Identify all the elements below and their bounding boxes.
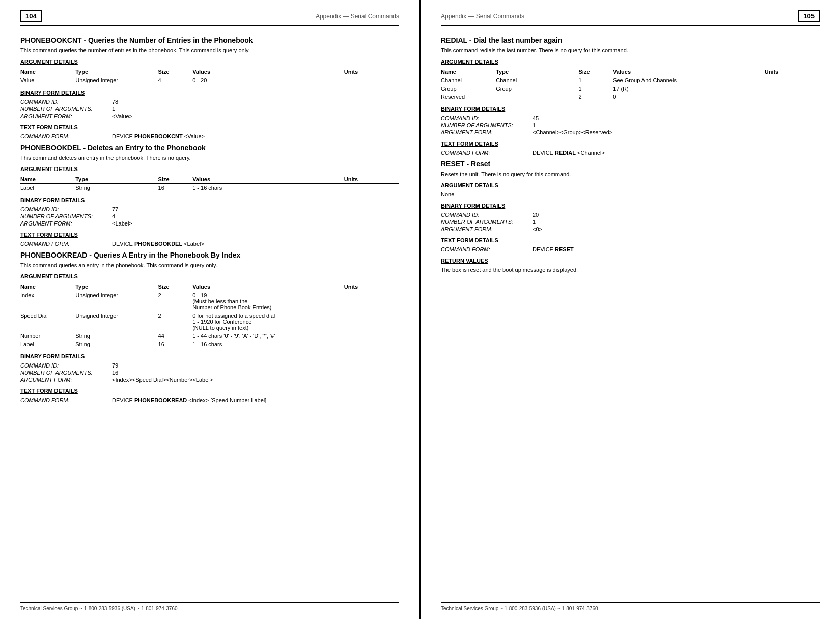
phonebookdel-arg-heading: ARGUMENT DETAILS [20,166,399,172]
phonebookcnt-binary-form: COMMAND ID: 78 NUMBER OF ARGUMENTS: 1 AR… [20,99,399,119]
phonebookdel-text-form: COMMAND FORM: DEVICE PHONEBOOKDEL <Label… [20,241,399,247]
table-row: Reserved 2 0 [441,93,820,101]
section-phonebookread: PHONEBOOKREAD - Queries A Entry in the P… [20,251,399,403]
redial-text-heading: TEXT FORM DETAILS [441,140,820,147]
th-size: Size [158,68,193,76]
redial-arg-table: Name Type Size Values Units Channel Chan… [441,68,820,101]
reset-return-heading: RETURN VALUES [441,258,820,264]
phonebookcnt-text-heading: TEXT FORM DETAILS [20,124,399,130]
right-page: Appendix — Serial Commands 105 REDIAL - … [421,0,840,619]
left-header-title: Appendix — Serial Commands [316,13,399,20]
reset-return-desc: The box is reset and the boot up message… [441,267,820,273]
section-phonebookdel: PHONEBOOKDEL - Deletes an Entry to the P… [20,144,399,247]
right-header-title: Appendix — Serial Commands [441,13,524,20]
table-row: Group Group 1 17 (R) [441,85,820,93]
table-row: Label String 16 1 - 16 chars [20,340,399,348]
redial-text-form: COMMAND FORM: DEVICE REDIAL <Channel> [441,150,820,156]
redial-desc: This command redials the last number. Th… [441,47,820,53]
left-page: 104 Appendix — Serial Commands PHONEBOOK… [0,0,419,619]
phonebookcnt-binary-heading: BINARY FORM DETAILS [20,90,399,96]
phonebookdel-arg-table: Name Type Size Values Units Label String… [20,175,399,192]
phonebookdel-binary-form: COMMAND ID: 77 NUMBER OF ARGUMENTS: 4 AR… [20,206,399,227]
phonebookcnt-title: PHONEBOOKCNT - Queries the Number of Ent… [20,36,399,44]
phonebookread-arg-table: Name Type Size Values Units Index Unsign… [20,283,399,348]
reset-text-form: COMMAND FORM: DEVICE RESET [441,246,820,252]
phonebookcnt-arg-table: Name Type Size Values Units Value Unsign… [20,68,399,85]
table-row: Channel Channel 1 See Group And Channels [441,76,820,85]
th-type: Type [75,68,158,76]
phonebookread-title: PHONEBOOKREAD - Queries A Entry in the P… [20,251,399,259]
right-page-footer: Technical Services Group ~ 1-800-283-593… [441,602,820,611]
section-redial: REDIAL - Dial the last number again This… [441,36,820,156]
phonebookcnt-desc: This command queries the number of entri… [20,47,399,53]
redial-binary-form: COMMAND ID: 45 NUMBER OF ARGUMENTS: 1 AR… [441,115,820,135]
table-row: Number String 44 1 - 44 chars '0' - '9',… [20,332,399,340]
phonebookread-text-form: COMMAND FORM: DEVICE PHONEBOOKREAD <Inde… [20,397,399,403]
reset-none: None [441,191,820,198]
right-page-header: Appendix — Serial Commands 105 [441,10,820,26]
phonebookread-arg-heading: ARGUMENT DETAILS [20,273,399,279]
th-name: Name [20,68,75,76]
phonebookread-desc: This command queries an entry in the pho… [20,262,399,268]
redial-arg-heading: ARGUMENT DETAILS [441,59,820,65]
redial-binary-heading: BINARY FORM DETAILS [441,106,820,112]
phonebookread-text-heading: TEXT FORM DETAILS [20,388,399,394]
phonebookread-binary-heading: BINARY FORM DETAILS [20,353,399,359]
phonebookdel-desc: This command deletes an entry in the pho… [20,155,399,161]
table-row: Speed Dial Unsigned Integer 2 0 for not … [20,312,399,332]
left-page-header: 104 Appendix — Serial Commands [20,10,399,26]
phonebookcnt-text-form: COMMAND FORM: DEVICE PHONEBOOKCNT <Value… [20,133,399,139]
reset-text-heading: TEXT FORM DETAILS [441,237,820,243]
left-page-number: 104 [20,10,42,22]
table-row: Label String 16 1 - 16 chars [20,184,399,192]
phonebookcnt-arg-heading: ARGUMENT DETAILS [20,59,399,65]
table-row: Index Unsigned Integer 2 0 - 19(Must be … [20,291,399,312]
right-page-number: 105 [798,10,820,22]
section-phonebookcnt: PHONEBOOKCNT - Queries the Number of Ent… [20,36,399,139]
phonebookdel-text-heading: TEXT FORM DETAILS [20,232,399,238]
section-reset: RESET - Reset Resets the unit. There is … [441,160,820,273]
reset-desc: Resets the unit. There is no query for t… [441,171,820,177]
table-row: Value Unsigned Integer 4 0 - 20 [20,76,399,85]
phonebookread-binary-form: COMMAND ID: 79 NUMBER OF ARGUMENTS: 16 A… [20,362,399,383]
reset-title: RESET - Reset [441,160,820,168]
reset-binary-form: COMMAND ID: 20 NUMBER OF ARGUMENTS: 1 AR… [441,212,820,232]
left-page-footer: Technical Services Group ~ 1-800-283-593… [20,602,399,611]
phonebookdel-binary-heading: BINARY FORM DETAILS [20,197,399,203]
th-values: Values [192,68,344,76]
reset-binary-heading: BINARY FORM DETAILS [441,203,820,209]
redial-title: REDIAL - Dial the last number again [441,36,820,44]
phonebookdel-title: PHONEBOOKDEL - Deletes an Entry to the P… [20,144,399,152]
reset-arg-heading: ARGUMENT DETAILS [441,182,820,188]
th-units: Units [344,68,399,76]
